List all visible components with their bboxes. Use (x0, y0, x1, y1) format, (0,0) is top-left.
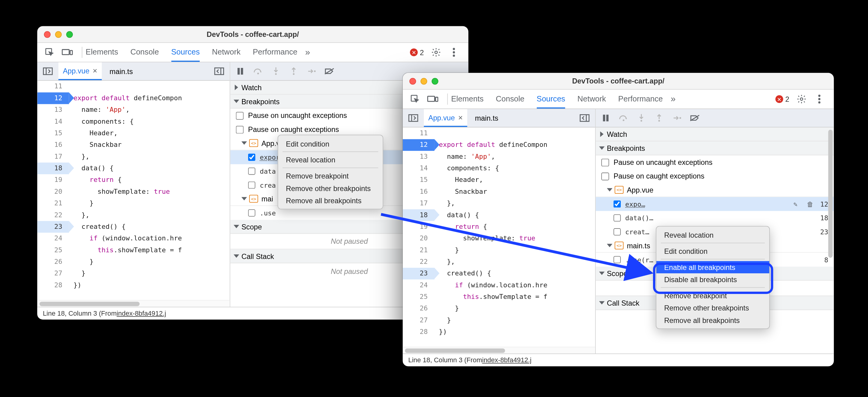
pause-uncaught-checkbox[interactable] (236, 112, 244, 119)
inspect-icon[interactable] (408, 92, 422, 106)
breakpoint-checkbox[interactable] (614, 256, 621, 263)
code-line[interactable]: name: 'App', (69, 104, 230, 116)
tab-performance[interactable]: Performance (253, 43, 297, 62)
code-line[interactable]: Snackbar (434, 186, 595, 197)
code-line[interactable]: }, (69, 151, 230, 162)
breakpoint-checkbox[interactable] (614, 214, 621, 222)
gutter-line[interactable]: 19 (403, 221, 434, 232)
code-line[interactable]: data() { (434, 209, 595, 221)
pause-button[interactable] (234, 64, 247, 78)
step-button[interactable] (305, 64, 318, 78)
close-icon[interactable]: × (93, 66, 97, 75)
menu-reveal-location[interactable]: Reveal location (278, 153, 383, 166)
error-counter[interactable]: ✕ 2 (775, 95, 789, 103)
breakpoint-checkbox[interactable] (248, 209, 255, 217)
code-line[interactable]: showTemplate: true (69, 186, 230, 197)
gutter-line[interactable]: 28 (37, 279, 69, 291)
breakpoint-checkbox[interactable] (248, 181, 255, 189)
code-line[interactable] (69, 81, 230, 92)
step-into-button[interactable] (635, 111, 648, 124)
gutter-line[interactable]: 23 (403, 268, 434, 279)
gutter-line[interactable]: 21 (37, 198, 69, 209)
gutter-line[interactable]: 12 (403, 139, 434, 151)
code-line[interactable]: export default defineCompon (69, 92, 230, 104)
tab-network[interactable]: Network (578, 90, 606, 109)
code-editor[interactable]: 111213141516171819202122232425262728 exp… (403, 127, 595, 347)
step-out-button[interactable] (287, 64, 301, 78)
file-tab-main-ts[interactable]: main.ts (105, 62, 137, 80)
code-editor[interactable]: 111213141516171819202122232425262728 exp… (37, 81, 229, 300)
code-line[interactable]: created() { (69, 221, 230, 232)
menu-remove-other-breakpoints[interactable]: Remove other breakpoints (656, 302, 769, 314)
pause-caught-row[interactable]: Pause on caught exceptions (596, 169, 834, 183)
code-line[interactable]: }) (69, 279, 230, 291)
breakpoint-item[interactable]: expo… ✎ 🗑 12 (596, 197, 834, 211)
code-line[interactable]: } (69, 256, 230, 267)
gutter-line[interactable]: 22 (403, 256, 434, 267)
close-window-button[interactable] (44, 31, 51, 37)
code-line[interactable]: }) (434, 326, 595, 338)
menu-edit-condition[interactable]: Edit condition (278, 137, 383, 150)
breakpoint-checkbox[interactable] (248, 168, 255, 175)
code-line[interactable]: return { (434, 221, 595, 232)
scrollbar-thumb[interactable] (405, 348, 505, 353)
code-line[interactable]: data() { (69, 162, 230, 174)
breakpoint-checkbox[interactable] (614, 228, 621, 235)
gutter-line[interactable]: 23 (37, 221, 69, 232)
menu-enable-all-breakpoints[interactable]: Enable all breakpoints (656, 261, 769, 273)
close-window-button[interactable] (409, 78, 416, 84)
more-files-icon[interactable] (577, 111, 592, 125)
more-files-icon[interactable] (212, 64, 226, 79)
gutter-line[interactable]: 11 (403, 127, 434, 139)
code-line[interactable]: }, (69, 209, 230, 221)
menu-remove-breakpoint[interactable]: Remove breakpoint (656, 289, 769, 302)
tab-performance[interactable]: Performance (618, 90, 663, 109)
code-lines[interactable]: export default defineCompon name: 'App',… (69, 81, 230, 300)
file-tab-main-ts[interactable]: main.ts (470, 109, 503, 127)
inspect-icon[interactable] (43, 46, 56, 59)
more-tabs-button[interactable]: » (671, 94, 676, 104)
code-line[interactable]: Header, (69, 127, 230, 139)
navigator-toggle-icon[interactable] (406, 111, 421, 125)
gutter-line[interactable]: 21 (403, 244, 434, 256)
error-counter[interactable]: ✕ 2 (410, 48, 424, 56)
kebab-icon[interactable] (447, 46, 461, 59)
menu-remove-breakpoint[interactable]: Remove breakpoint (278, 170, 383, 182)
delete-icon[interactable]: 🗑 (807, 200, 816, 208)
watch-section[interactable]: Watch (596, 127, 834, 141)
gutter-line[interactable]: 19 (37, 174, 69, 186)
code-line[interactable]: } (69, 198, 230, 209)
gutter-line[interactable]: 12 (37, 92, 69, 104)
menu-remove-all-breakpoints[interactable]: Remove all breakpoints (278, 194, 383, 206)
gutter-line[interactable]: 16 (37, 139, 69, 151)
menu-remove-all-breakpoints[interactable]: Remove all breakpoints (656, 314, 769, 326)
gutter-line[interactable]: 24 (403, 279, 434, 291)
gutter-line[interactable]: 20 (37, 186, 69, 197)
gutter-line[interactable]: 13 (403, 151, 434, 162)
gutter-line[interactable]: 25 (37, 244, 69, 256)
gutter-line[interactable]: 15 (37, 127, 69, 139)
gutter-line[interactable]: 13 (37, 104, 69, 116)
gutter-line[interactable]: 20 (403, 233, 434, 244)
tab-sources[interactable]: Sources (171, 43, 200, 62)
source-map-link[interactable]: index-8bfa4912.j (482, 356, 532, 364)
step-over-button[interactable] (617, 111, 630, 124)
breakpoint-checkbox[interactable] (248, 153, 255, 161)
code-line[interactable]: if (window.location.hre (434, 279, 595, 291)
code-line[interactable]: components: { (434, 162, 595, 174)
pause-caught-checkbox[interactable] (601, 172, 609, 180)
code-line[interactable]: Snackbar (69, 139, 230, 151)
gutter-line[interactable]: 18 (37, 162, 69, 174)
gutter-line[interactable]: 22 (37, 209, 69, 221)
tab-elements[interactable]: Elements (451, 90, 484, 109)
navigator-toggle-icon[interactable] (40, 64, 55, 79)
gutter-line[interactable]: 27 (403, 314, 434, 326)
code-line[interactable]: if (window.location.hre (69, 233, 230, 244)
code-line[interactable]: } (434, 303, 595, 314)
gutter-line[interactable]: 26 (403, 303, 434, 314)
gutter-line[interactable]: 27 (37, 268, 69, 279)
edit-icon[interactable]: ✎ (794, 200, 802, 208)
gutter-line[interactable]: 24 (37, 233, 69, 244)
gutter-line[interactable]: 11 (37, 81, 69, 92)
breakpoint-checkbox[interactable] (614, 200, 621, 208)
